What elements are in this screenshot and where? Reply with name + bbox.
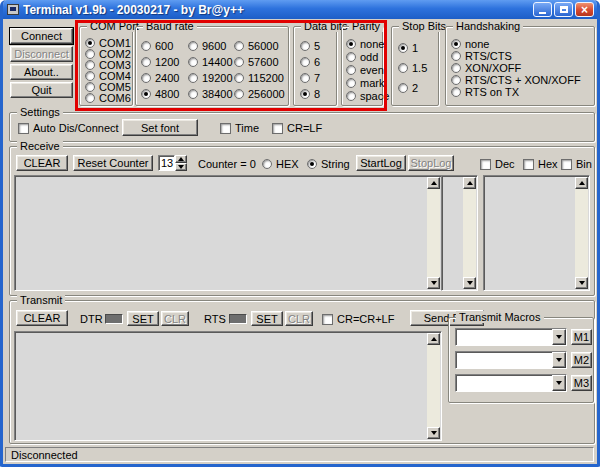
macro1-combobox[interactable] — [455, 328, 567, 346]
macro3-dropdown-button[interactable] — [552, 375, 566, 391]
dtr-clr-button[interactable]: CLR — [161, 311, 189, 326]
scroll-up-button[interactable] — [427, 333, 440, 345]
parity-mark-radio[interactable]: mark — [346, 77, 384, 89]
rx-hex-panel[interactable] — [483, 175, 590, 291]
baud-38400-radio[interactable]: 38400 — [188, 88, 233, 100]
scrollbar-track[interactable] — [463, 189, 476, 277]
rx-scrollbar[interactable] — [427, 177, 440, 289]
rx-dec-panel[interactable] — [441, 175, 478, 291]
scrollbar-track[interactable] — [575, 189, 588, 277]
databits-6-radio[interactable]: 6 — [300, 56, 320, 68]
macro2-dropdown-button[interactable] — [552, 352, 566, 368]
rx-hex-scrollbar[interactable] — [575, 177, 588, 289]
auto-disconnect-checkbox[interactable]: Auto Dis/Connect — [18, 122, 119, 134]
macro3-combobox[interactable] — [455, 374, 567, 392]
dtr-set-button[interactable]: SET — [127, 311, 159, 326]
string-mode-radio[interactable]: String — [307, 158, 350, 170]
databits-5-radio[interactable]: 5 — [300, 40, 320, 52]
handshake-none-radio[interactable]: none — [451, 38, 489, 50]
checkbox-label: Dec — [495, 158, 515, 170]
baud-56000-radio[interactable]: 56000 — [234, 40, 279, 52]
databits-8-radio[interactable]: 8 — [300, 88, 320, 100]
tx-clear-button[interactable]: CLEAR — [16, 310, 68, 326]
macro1-button[interactable]: M1 — [571, 329, 592, 345]
handshake-xonxoff-radio[interactable]: XON/XOFF — [451, 62, 521, 74]
window-controls: × — [533, 2, 594, 17]
receive-text-area[interactable] — [14, 175, 442, 291]
macro1-value[interactable] — [456, 329, 552, 345]
parity-odd-radio[interactable]: odd — [346, 51, 378, 63]
dec-view-checkbox[interactable]: Dec — [480, 158, 515, 170]
databits-7-radio[interactable]: 7 — [300, 72, 320, 84]
rx-dec-scrollbar[interactable] — [463, 177, 476, 289]
baud-57600-radio[interactable]: 57600 — [234, 56, 279, 68]
baud-256000-radio[interactable]: 256000 — [234, 88, 285, 100]
handshake-rtscts-radio[interactable]: RTS/CTS — [451, 50, 512, 62]
macro2-button[interactable]: M2 — [571, 352, 592, 368]
option-label: RTS/CTS + XON/XOFF — [465, 74, 581, 86]
reset-counter-button[interactable]: Reset Counter — [73, 155, 153, 171]
baud-600-radio[interactable]: 600 — [141, 40, 173, 52]
connect-button[interactable]: Connect — [10, 28, 73, 44]
scroll-down-button[interactable] — [463, 277, 476, 289]
maximize-button[interactable] — [554, 2, 573, 17]
option-label: odd — [360, 51, 378, 63]
bin-view-checkbox[interactable]: Bin — [561, 158, 592, 170]
hex-view-checkbox[interactable]: Hex — [523, 158, 558, 170]
stop-log-button[interactable]: StopLog — [408, 155, 454, 171]
scroll-down-button[interactable] — [427, 277, 440, 289]
scroll-up-button[interactable] — [427, 177, 440, 189]
baud-19200-radio[interactable]: 19200 — [188, 72, 233, 84]
close-button[interactable]: × — [575, 2, 594, 17]
stopbits-1-radio[interactable]: 1 — [398, 42, 418, 54]
com6-radio[interactable]: COM6 — [85, 92, 131, 104]
spinner-up-button[interactable] — [175, 155, 187, 163]
minimize-button[interactable] — [533, 2, 552, 17]
radio-icon — [188, 73, 198, 83]
scrollbar-track[interactable] — [427, 189, 440, 277]
baud-2400-radio[interactable]: 2400 — [141, 72, 179, 84]
scrollbar-track[interactable] — [427, 345, 440, 427]
rts-set-button[interactable]: SET — [251, 311, 283, 326]
handshake-both-radio[interactable]: RTS/CTS + XON/XOFF — [451, 74, 581, 86]
tx-scrollbar[interactable] — [427, 333, 440, 439]
stopbits-1p5-radio[interactable]: 1.5 — [398, 62, 427, 74]
parity-none-radio[interactable]: none — [346, 38, 384, 50]
cr-crlf-checkbox[interactable]: CR=CR+LF — [322, 313, 394, 325]
spinner-down-button[interactable] — [175, 163, 187, 171]
title-bar[interactable]: Terminal v1.9b - 20030217 - by Br@y++ × — [3, 0, 597, 19]
start-log-button[interactable]: StartLog — [356, 155, 406, 171]
baud-115200-radio[interactable]: 115200 — [234, 72, 284, 84]
about-button[interactable]: About.. — [10, 64, 73, 80]
macro2-combobox[interactable] — [455, 351, 567, 369]
parity-even-radio[interactable]: even — [346, 64, 384, 76]
time-checkbox[interactable]: Time — [220, 122, 259, 134]
scroll-up-button[interactable] — [575, 177, 588, 189]
disconnect-button[interactable]: Disconnect — [10, 46, 73, 62]
scroll-down-button[interactable] — [575, 277, 588, 289]
baud-4800-radio[interactable]: 4800 — [141, 88, 179, 100]
quit-button[interactable]: Quit — [10, 82, 73, 98]
option-label: space — [360, 90, 389, 102]
handshake-rtsontx-radio[interactable]: RTS on TX — [451, 86, 519, 98]
cr-lf-checkbox[interactable]: CR=LF — [272, 122, 322, 134]
scroll-down-button[interactable] — [427, 427, 440, 439]
stopbits-2-radio[interactable]: 2 — [398, 82, 418, 94]
baud-14400-radio[interactable]: 14400 — [188, 56, 233, 68]
baud-9600-radio[interactable]: 9600 — [188, 40, 226, 52]
spinner-value[interactable]: 13 — [158, 155, 175, 171]
rx-clear-button[interactable]: CLEAR — [16, 155, 68, 171]
parity-space-radio[interactable]: space — [346, 90, 389, 102]
scroll-up-button[interactable] — [463, 177, 476, 189]
macro3-value[interactable] — [456, 375, 552, 391]
macro3-button[interactable]: M3 — [571, 375, 592, 391]
transmit-text-area[interactable] — [14, 331, 442, 441]
macro1-dropdown-button[interactable] — [552, 329, 566, 345]
rts-clr-button[interactable]: CLR — [285, 311, 313, 326]
com-port-group-label: COM Port — [87, 20, 142, 32]
set-font-button[interactable]: Set font — [122, 119, 198, 136]
baud-1200-radio[interactable]: 1200 — [141, 56, 179, 68]
macro2-value[interactable] — [456, 352, 552, 368]
hex-mode-radio[interactable]: HEX — [262, 158, 299, 170]
rx-count-spinner[interactable]: 13 — [158, 155, 187, 171]
